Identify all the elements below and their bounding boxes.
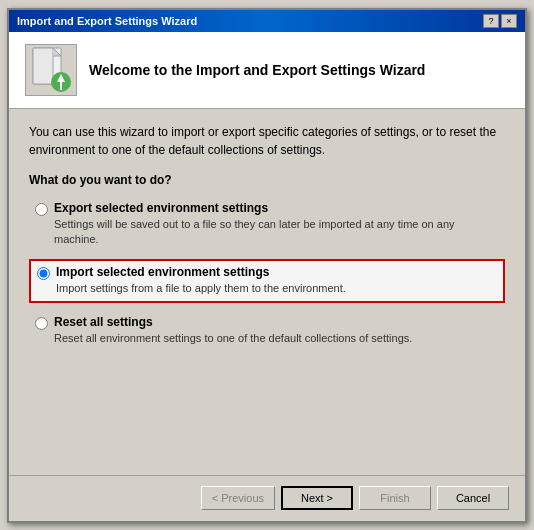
- cancel-button[interactable]: Cancel: [437, 486, 509, 510]
- reset-desc: Reset all environment settings to one of…: [54, 331, 412, 346]
- wizard-icon: [25, 44, 77, 96]
- import-option: Import selected environment settings Imp…: [29, 259, 505, 302]
- export-option: Export selected environment settings Set…: [29, 197, 505, 252]
- import-title: Import selected environment settings: [56, 265, 346, 279]
- reset-label: Reset all settings Reset all environment…: [54, 315, 412, 346]
- header-section: Welcome to the Import and Export Setting…: [9, 32, 525, 109]
- reset-radio[interactable]: [35, 317, 48, 330]
- content-section: You can use this wizard to import or exp…: [9, 109, 525, 475]
- export-radio[interactable]: [35, 203, 48, 216]
- close-button[interactable]: ×: [501, 14, 517, 28]
- question-text: What do you want to do?: [29, 173, 505, 187]
- dialog-window: Import and Export Settings Wizard ? × We…: [7, 8, 527, 523]
- reset-title: Reset all settings: [54, 315, 412, 329]
- svg-rect-1: [33, 48, 53, 84]
- title-bar-buttons: ? ×: [483, 14, 517, 28]
- export-desc: Settings will be saved out to a file so …: [54, 217, 499, 248]
- description-text: You can use this wizard to import or exp…: [29, 123, 505, 159]
- previous-button[interactable]: < Previous: [201, 486, 275, 510]
- next-button[interactable]: Next >: [281, 486, 353, 510]
- title-bar: Import and Export Settings Wizard ? ×: [9, 10, 525, 32]
- footer: < Previous Next > Finish Cancel: [9, 475, 525, 521]
- export-label: Export selected environment settings Set…: [54, 201, 499, 248]
- dialog-title: Import and Export Settings Wizard: [17, 15, 197, 27]
- dialog-body: Welcome to the Import and Export Setting…: [9, 32, 525, 521]
- reset-option: Reset all settings Reset all environment…: [29, 311, 505, 350]
- import-radio[interactable]: [37, 267, 50, 280]
- import-desc: Import settings from a file to apply the…: [56, 281, 346, 296]
- export-title: Export selected environment settings: [54, 201, 499, 215]
- finish-button[interactable]: Finish: [359, 486, 431, 510]
- help-button[interactable]: ?: [483, 14, 499, 28]
- header-title: Welcome to the Import and Export Setting…: [89, 62, 425, 78]
- import-label: Import selected environment settings Imp…: [56, 265, 346, 296]
